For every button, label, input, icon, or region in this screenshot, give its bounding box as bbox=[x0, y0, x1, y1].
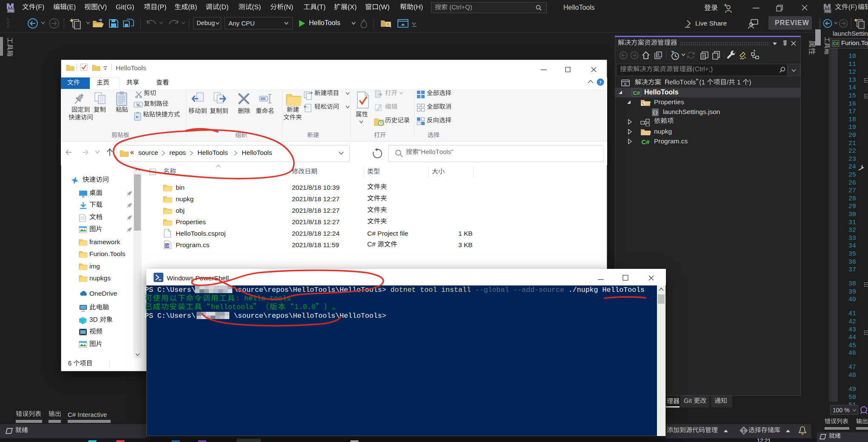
svg-text:C#: C# bbox=[165, 244, 169, 248]
svg-text:C#: C# bbox=[833, 41, 839, 46]
svg-text:PRE: PRE bbox=[825, 10, 831, 13]
svg-text:C#: C# bbox=[633, 90, 640, 96]
svg-text:PRE: PRE bbox=[8, 9, 14, 12]
svg-text:{}: {} bbox=[652, 110, 658, 115]
svg-text:C#: C# bbox=[641, 138, 650, 145]
svg-text:?: ? bbox=[599, 80, 602, 86]
